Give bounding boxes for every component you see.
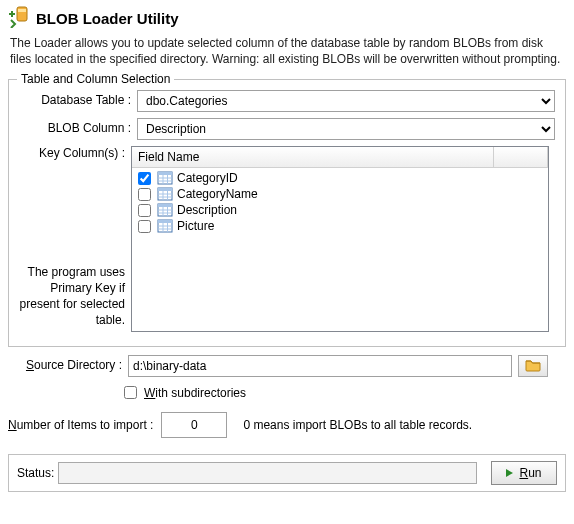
column-icon — [157, 203, 173, 217]
field-checkbox[interactable] — [138, 172, 151, 185]
field-row[interactable]: CategoryName — [132, 186, 548, 202]
svg-rect-9 — [158, 188, 172, 191]
field-list-header: Field Name — [132, 147, 548, 168]
key-columns-label: Key Column(s) : — [39, 146, 125, 160]
field-name: CategoryName — [177, 187, 258, 201]
field-name-column-header[interactable]: Field Name — [132, 147, 494, 167]
group-legend: Table and Column Selection — [17, 72, 174, 86]
column-icon — [157, 219, 173, 233]
blob-loader-window: BLOB Loader Utility The Loader allows yo… — [0, 0, 574, 524]
field-name: Picture — [177, 219, 214, 233]
run-button-label: Run — [519, 466, 541, 480]
source-directory-label: Source Directory : — [8, 355, 128, 372]
status-label: Status: — [17, 466, 54, 480]
app-icon — [8, 6, 30, 31]
svg-rect-3 — [158, 172, 172, 175]
page-title: BLOB Loader Utility — [36, 10, 179, 27]
run-button[interactable]: Run — [491, 461, 557, 485]
folder-icon — [525, 358, 541, 375]
header: BLOB Loader Utility — [0, 0, 574, 31]
number-of-items-label: Number of Items to import : — [8, 418, 161, 432]
svg-rect-15 — [158, 204, 172, 207]
field-checkbox[interactable] — [138, 220, 151, 233]
status-well — [58, 462, 477, 484]
field-checkbox[interactable] — [138, 204, 151, 217]
number-of-items-input[interactable] — [161, 412, 227, 438]
status-bar: Status: Run — [8, 454, 566, 492]
svg-rect-1 — [18, 9, 26, 12]
key-columns-note: The program uses Primary Key if present … — [17, 264, 125, 333]
field-name: CategoryID — [177, 171, 238, 185]
source-directory-input[interactable] — [128, 355, 512, 377]
field-spacer-column-header[interactable] — [494, 147, 548, 167]
play-icon — [506, 469, 513, 477]
blob-column-select[interactable]: Description — [137, 118, 555, 140]
with-subdirectories-label[interactable]: With subdirectories — [144, 386, 246, 400]
database-table-select[interactable]: dbo.Categories — [137, 90, 555, 112]
field-name: Description — [177, 203, 237, 217]
field-checkbox[interactable] — [138, 188, 151, 201]
column-icon — [157, 171, 173, 185]
field-list-body: CategoryIDCategoryNameDescriptionPicture — [132, 168, 548, 331]
database-table-label: Database Table : — [17, 90, 137, 107]
field-row[interactable]: CategoryID — [132, 170, 548, 186]
svg-rect-21 — [158, 220, 172, 223]
blob-column-label: BLOB Column : — [17, 118, 137, 135]
page-description: The Loader allows you to update selected… — [0, 31, 574, 75]
field-row[interactable]: Description — [132, 202, 548, 218]
table-column-selection-group: Table and Column Selection Database Tabl… — [8, 79, 566, 347]
column-icon — [157, 187, 173, 201]
with-subdirectories-checkbox[interactable] — [124, 386, 137, 399]
field-row[interactable]: Picture — [132, 218, 548, 234]
number-of-items-hint: 0 means import BLOBs to all table record… — [243, 418, 472, 432]
key-columns-list: Field Name CategoryIDCategoryNameDescrip… — [131, 146, 549, 332]
browse-directory-button[interactable] — [518, 355, 548, 377]
